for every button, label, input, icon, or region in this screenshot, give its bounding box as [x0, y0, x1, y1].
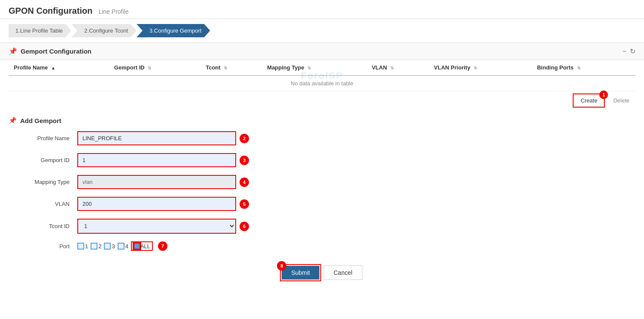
mapping-type-row: Mapping Type 4	[9, 175, 635, 189]
sort-icon-mapping-type: ⇅	[307, 66, 311, 70]
step-1-label[interactable]: 1.Line Profile Table	[9, 24, 71, 37]
port-1-label: 1	[85, 243, 88, 250]
step-2[interactable]: 2.Configure Tcont	[71, 24, 137, 37]
gemport-config-section-header: 📌 Gemport Configuration − ↻	[0, 42, 644, 60]
table-header-row: Profile Name ▲ Gemport ID ⇅ Tcont ⇅ Mapp…	[9, 60, 635, 75]
col-vlan-priority[interactable]: VLAN Priority ⇅	[429, 60, 532, 75]
gemport-config-title-text: Gemport Configuration	[21, 48, 91, 55]
mapping-type-badge: 4	[240, 178, 249, 187]
sort-icon-profile-name: ▲	[51, 66, 55, 70]
col-gemport-id[interactable]: Gemport ID ⇅	[109, 60, 200, 75]
cancel-button[interactable]: Cancel	[324, 265, 362, 280]
minimize-button[interactable]: −	[623, 47, 626, 55]
profile-name-field: 2	[77, 131, 236, 145]
vlan-input[interactable]	[77, 197, 236, 211]
add-gemport-pin-icon: 📌	[9, 117, 17, 124]
col-vlan[interactable]: VLAN ⇅	[367, 60, 429, 75]
port-all-checkbox[interactable]	[134, 243, 140, 250]
mapping-type-label: Mapping Type	[9, 179, 77, 185]
col-tcont[interactable]: Tcont ⇅	[200, 60, 262, 75]
add-gemport-title: 📌 Add Gemport	[9, 117, 635, 124]
sort-icon-tcont: ⇅	[224, 66, 227, 70]
mapping-type-field: 4	[77, 175, 236, 189]
port-4-item: 4	[118, 243, 128, 250]
profile-name-badge: 2	[240, 134, 249, 143]
wizard-steps: 1.Line Profile Table 2.Configure Tcont 3…	[0, 19, 644, 42]
vlan-row: VLAN 5	[9, 197, 635, 211]
step-3-label[interactable]: 3.Configure Gemport	[137, 24, 210, 37]
port-3-label: 3	[112, 243, 115, 250]
form-actions: Submit 8 Cancel	[0, 259, 644, 289]
port-2-label: 2	[98, 243, 101, 250]
pin-icon: 📌	[9, 47, 17, 55]
port-row: Port 1 2 3 4 ALL 7	[9, 241, 635, 251]
table-actions: Create 1 Delete	[0, 91, 644, 110]
gemport-table: Profile Name ▲ Gemport ID ⇅ Tcont ⇅ Mapp…	[9, 60, 635, 91]
sort-icon-vlan-priority: ⇅	[474, 66, 477, 70]
vlan-badge: 5	[240, 199, 249, 209]
gemport-id-input[interactable]	[77, 153, 236, 167]
profile-name-row: Profile Name 2	[9, 131, 635, 145]
step-3[interactable]: 3.Configure Gemport	[137, 24, 210, 37]
col-profile-name[interactable]: Profile Name ▲	[9, 60, 109, 75]
gemport-id-badge: 3	[240, 156, 249, 165]
port-3-checkbox[interactable]	[104, 243, 111, 250]
col-binding-ports[interactable]: Binding Ports ⇅	[532, 60, 635, 75]
gemport-config-title: 📌 Gemport Configuration	[9, 47, 91, 55]
port-label: Port	[9, 243, 77, 250]
add-gemport-section: 📌 Add Gemport	[0, 110, 644, 124]
port-1-checkbox[interactable]	[77, 243, 84, 250]
add-gemport-title-text: Add Gemport	[20, 117, 61, 124]
page-title: GPON Configuration	[9, 6, 93, 15]
sort-icon-vlan: ⇅	[390, 66, 394, 70]
page-subtitle: Line Profile	[98, 8, 128, 15]
submit-button[interactable]: Submit	[282, 266, 319, 280]
port-badge: 7	[158, 241, 167, 251]
vlan-label: VLAN	[9, 201, 77, 207]
gemport-id-field: 3	[77, 153, 236, 167]
refresh-button[interactable]: ↻	[630, 47, 635, 55]
port-checkboxes: 1 2 3 4 ALL 7	[77, 241, 167, 251]
port-1-item: 1	[77, 243, 88, 250]
gemport-id-label: Gemport ID	[9, 157, 77, 163]
port-2-item: 2	[91, 243, 101, 250]
port-2-checkbox[interactable]	[91, 243, 97, 250]
port-4-checkbox[interactable]	[118, 243, 125, 250]
port-4-label: 4	[125, 243, 128, 250]
tcont-id-select[interactable]: 1 2 3 4	[77, 219, 236, 234]
port-all-label: ALL	[140, 243, 150, 250]
add-gemport-form: Profile Name 2 Gemport ID 3 Mapping Type…	[0, 131, 644, 251]
delete-button[interactable]: Delete	[607, 95, 635, 106]
vlan-field: 5	[77, 197, 236, 211]
step-1[interactable]: 1.Line Profile Table	[9, 24, 71, 37]
no-data-row: No data available in table	[9, 75, 635, 91]
tcont-id-label: Tcont ID	[9, 223, 77, 229]
port-all-wrapper: ALL	[131, 241, 153, 251]
section-actions: − ↻	[623, 47, 635, 55]
profile-name-label: Profile Name	[9, 135, 77, 141]
profile-name-input[interactable]	[77, 131, 236, 145]
gemport-id-row: Gemport ID 3	[9, 153, 635, 167]
col-mapping-type[interactable]: Mapping Type ⇅	[262, 60, 367, 75]
page-header: GPON Configuration Line Profile	[0, 0, 644, 19]
sort-icon-gemport-id: ⇅	[148, 66, 151, 70]
no-data-cell: No data available in table	[9, 75, 635, 91]
step-2-label[interactable]: 2.Configure Tcont	[71, 24, 137, 37]
tcont-id-field: 1 2 3 4 6	[77, 219, 236, 234]
tcont-id-badge: 6	[240, 222, 249, 231]
gemport-table-container: ForolSP Profile Name ▲ Gemport ID ⇅ Tcon…	[0, 60, 644, 91]
mapping-type-input	[77, 175, 236, 189]
sort-icon-binding-ports: ⇅	[577, 66, 580, 70]
create-badge: 1	[599, 90, 608, 99]
port-3-item: 3	[104, 243, 115, 250]
tcont-id-row: Tcont ID 1 2 3 4 6	[9, 219, 635, 234]
